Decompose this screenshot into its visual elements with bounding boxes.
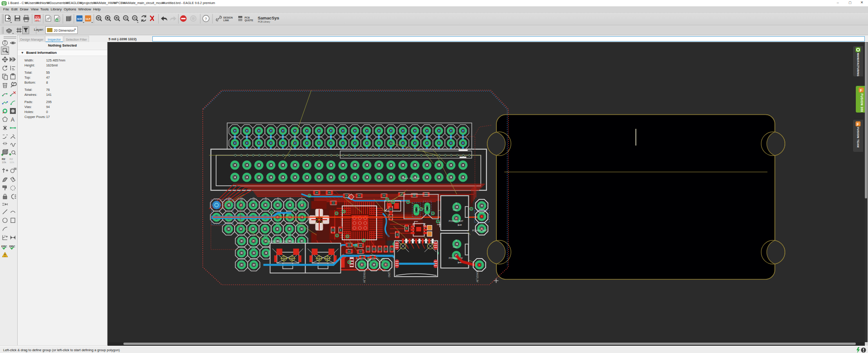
svg-text:6: 6 <box>423 223 426 228</box>
svg-text:F: F <box>857 122 859 126</box>
svg-text:10k: 10k <box>9 161 14 164</box>
svg-text:LINK: LINK <box>223 19 229 22</box>
svg-text:PCB Library: PCB Library <box>258 20 270 23</box>
svg-text:DRC: DRC <box>9 245 16 248</box>
svg-text:2: 2 <box>455 239 457 242</box>
svg-text:A: A <box>11 117 14 123</box>
svg-text:SCR: SCR <box>77 18 82 20</box>
svg-text:POWER_5V: POWER_5V <box>476 270 478 282</box>
svg-text:ULP: ULP <box>86 18 91 20</box>
svg-text:GND: GND <box>453 246 457 248</box>
svg-text:R2: R2 <box>9 158 13 160</box>
svg-text:SCH: SCH <box>35 16 40 19</box>
svg-text:GND: GND <box>453 209 457 211</box>
svg-text:P_GND: P_GND <box>387 270 390 278</box>
svg-text:(A)_EESYHOU_SWITCH(O): (A)_EESYHOU_SWITCH(O) <box>268 240 295 243</box>
svg-text:R2: R2 <box>2 158 5 160</box>
svg-text:POWER_BAT: POWER_BAT <box>448 220 463 222</box>
svg-text:QUOTE: QUOTE <box>245 19 254 22</box>
svg-text:POWER_5V: POWER_5V <box>363 271 365 283</box>
svg-text:O_5: O_5 <box>276 197 279 202</box>
svg-text:?: ? <box>205 17 207 21</box>
svg-text:POWER_BAT: POWER_BAT <box>472 229 487 232</box>
svg-text:MADE_IN_KOREA: MADE_IN_KOREA <box>402 177 419 179</box>
svg-text:SamacSys: SamacSys <box>258 15 279 20</box>
svg-text:1: 1 <box>457 224 462 226</box>
svg-text:ERC: ERC <box>1 245 7 248</box>
svg-text:O_4: O_4 <box>264 197 267 202</box>
svg-text:O_6: O_6 <box>288 197 291 202</box>
svg-text:O_2: O_2 <box>240 197 242 202</box>
svg-text:BRD: BRD <box>35 19 40 22</box>
svg-text:2: 2 <box>455 202 457 205</box>
svg-text:F: F <box>860 88 863 93</box>
svg-text:O_3: O_3 <box>252 197 255 202</box>
svg-text:10k: 10k <box>2 161 7 164</box>
